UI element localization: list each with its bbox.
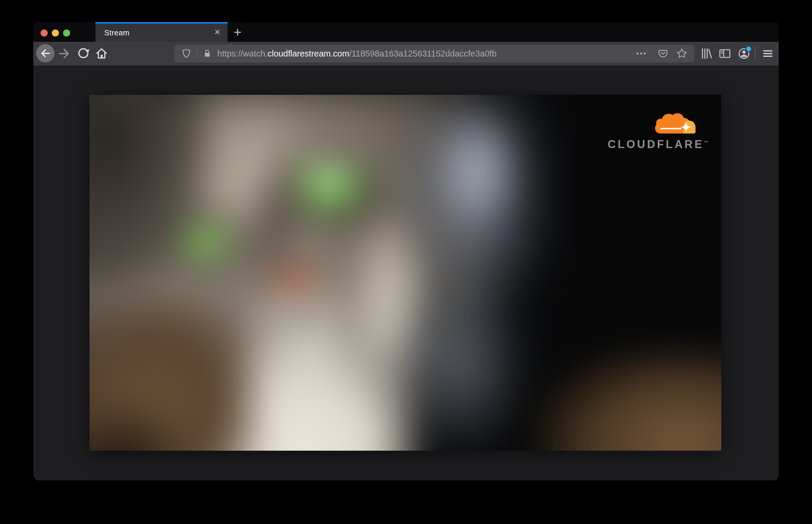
window-close-button[interactable] — [40, 30, 48, 36]
desktop: Stream ✕ + — [0, 0, 812, 524]
menu-button[interactable] — [761, 47, 775, 61]
navigation-toolbar: https://watch.cloudflarestream.com/11859… — [33, 42, 779, 65]
browser-window: Stream ✕ + — [33, 22, 779, 480]
video-blur-blob — [300, 164, 365, 215]
video-blur-blob — [90, 404, 184, 451]
sidebar-icon — [718, 47, 732, 61]
tracking-shield-icon[interactable] — [181, 48, 192, 59]
bookmark-star-icon[interactable] — [676, 48, 688, 60]
home-button[interactable] — [95, 47, 109, 61]
reload-button[interactable] — [76, 47, 91, 61]
tab-title: Stream — [104, 28, 130, 37]
cloudflare-logo: CLOUDFLARE™ — [608, 108, 705, 151]
lock-icon[interactable] — [202, 48, 213, 59]
urlbar-separator — [197, 49, 197, 58]
video-player[interactable]: CLOUDFLARE™ — [90, 95, 721, 451]
cloudflare-cloud-icon — [652, 108, 699, 136]
tab-bar: Stream ✕ + — [33, 22, 779, 42]
url-text: https://watch.cloudflarestream.com/11859… — [217, 49, 497, 59]
library-button[interactable] — [699, 47, 713, 61]
active-tab-indicator — [95, 22, 228, 23]
cloudflare-wordmark-text: CLOUDFLARE — [608, 138, 704, 150]
home-icon — [95, 47, 109, 61]
cloudflare-wordmark: CLOUDFLARE™ — [608, 138, 705, 151]
forward-icon — [57, 47, 71, 61]
traffic-lights — [40, 30, 70, 36]
video-blur-blob — [176, 220, 235, 265]
url-domain: cloudflarestream.com — [267, 49, 349, 58]
url-path: /118598a163a125631152ddaccfe3a0fb — [349, 49, 497, 58]
menu-icon — [761, 47, 775, 61]
forward-button[interactable] — [57, 47, 71, 61]
sidebar-button[interactable] — [718, 47, 732, 61]
tab-stream[interactable]: Stream ✕ — [95, 22, 228, 42]
back-icon — [39, 47, 51, 59]
new-tab-button[interactable]: + — [231, 24, 244, 40]
url-scheme: https://watch. — [217, 49, 267, 58]
trademark-symbol: ™ — [704, 140, 708, 145]
account-notification-badge — [745, 46, 752, 52]
url-bar[interactable]: https://watch.cloudflarestream.com/11859… — [174, 45, 694, 62]
reload-icon — [76, 47, 91, 61]
toolbar-separator — [755, 47, 756, 60]
window-zoom-button[interactable] — [63, 30, 70, 36]
video-blur-blob — [148, 95, 561, 130]
pocket-icon[interactable] — [657, 48, 669, 60]
library-icon — [699, 47, 713, 61]
page-actions-icon[interactable]: ••• — [636, 49, 647, 58]
video-blur-blob — [537, 348, 721, 451]
close-tab-icon[interactable]: ✕ — [214, 27, 221, 37]
account-button[interactable] — [737, 47, 751, 61]
page-content: CLOUDFLARE™ — [33, 65, 779, 480]
window-minimize-button[interactable] — [52, 30, 59, 36]
back-button[interactable] — [36, 44, 54, 62]
